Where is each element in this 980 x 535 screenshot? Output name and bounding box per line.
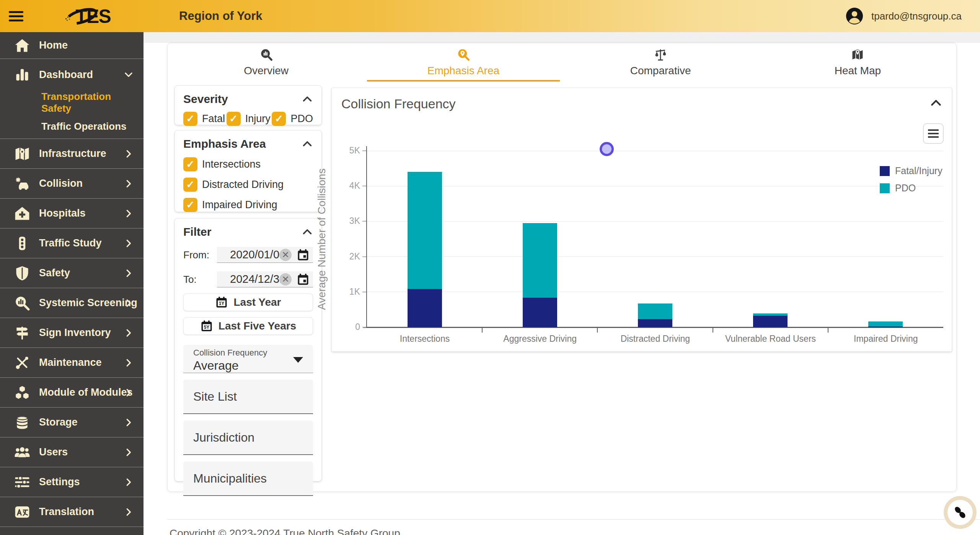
legend-item-fatal-injury[interactable]: Fatal/Injury — [880, 165, 942, 176]
sidebar-item-sign-inventory[interactable]: Sign Inventory — [0, 318, 143, 348]
tab-overview[interactable]: Overview — [168, 43, 365, 82]
chevron-right-icon — [124, 418, 134, 427]
tab-label: Comparative — [630, 65, 691, 77]
tab-comparative[interactable]: Comparative — [562, 43, 759, 82]
y-axis-line — [366, 146, 367, 328]
severity-checkbox-fatal[interactable]: ✓Fatal — [183, 112, 225, 126]
chevron-right-icon — [124, 268, 134, 278]
collision-frequency-card: Collision Frequency Average Number of Co… — [331, 88, 952, 352]
shield-icon — [14, 265, 31, 282]
tab-heat-map[interactable]: Heat Map — [759, 43, 956, 82]
checkbox-checked-icon: ✓ — [183, 178, 197, 192]
user-email[interactable]: tpardo@tnsgroup.ca — [871, 10, 962, 22]
chevron-up-icon[interactable] — [302, 93, 313, 105]
severity-checkbox-injury[interactable]: ✓Injury — [227, 112, 271, 126]
sidebar-item-label: Infrastructure — [39, 148, 106, 160]
sidebar-item-infrastructure[interactable]: Infrastructure — [0, 139, 143, 169]
sidebar-item-storage[interactable]: Storage — [0, 408, 143, 437]
dashboard-card: OverviewEmphasis AreaComparativeHeat Map… — [167, 43, 957, 492]
sidebar-item-safety[interactable]: Safety — [0, 258, 143, 288]
bar-segment-fatal-injury-vulnerable-road-users — [753, 316, 788, 327]
from-date-row: From: 2020/01/01 ✕ — [183, 247, 313, 263]
from-date-input[interactable]: 2020/01/01 ✕ — [217, 247, 313, 263]
checkbox-label: Impaired Driving — [202, 199, 277, 211]
collapse-chevron-up-icon[interactable] — [929, 96, 942, 109]
last-year-label: Last Year — [233, 296, 281, 308]
y-axis-tick — [362, 327, 366, 328]
checkbox-checked-icon: ✓ — [183, 112, 197, 126]
menu-toggle-button[interactable] — [0, 0, 32, 32]
sidebar-item-users[interactable]: Users — [0, 437, 143, 467]
page-title: Region of York — [179, 9, 263, 23]
sidebar-item-label: Dashboard — [39, 69, 93, 81]
y-axis-tick-label: 5K — [340, 145, 360, 156]
chevron-down-icon — [124, 70, 134, 80]
tab-label: Overview — [244, 65, 289, 77]
user-avatar-icon[interactable] — [845, 7, 864, 25]
chart-title: Collision Frequency — [341, 96, 456, 111]
calendar-icon[interactable] — [296, 272, 310, 286]
emphasis-checkbox-distracted-driving[interactable]: ✓Distracted Driving — [183, 178, 284, 192]
sidebar-subitem-transportation-safety[interactable]: Transportation Safety — [0, 90, 143, 114]
floating-action-button[interactable] — [947, 500, 973, 525]
emphasis-checkbox-impaired-driving[interactable]: ✓Impaired Driving — [183, 198, 277, 212]
calendar-1y-icon: 1Y — [215, 296, 228, 309]
bar-segment-pdo-intersections — [408, 172, 442, 289]
users-icon — [14, 444, 31, 461]
sidebar-item-systemic-screening[interactable]: Systemic Screening — [0, 288, 143, 318]
filter-section-site-list[interactable]: Site List — [183, 380, 313, 414]
chevron-up-icon[interactable] — [302, 226, 313, 238]
checkbox-label: Fatal — [202, 113, 225, 125]
x-axis-category-label: Intersections — [367, 334, 483, 344]
clear-to-date-button[interactable]: ✕ — [279, 273, 292, 285]
tab-emphasis-area[interactable]: Emphasis Area — [365, 43, 562, 82]
collision-frequency-select[interactable]: Collision Frequency Average — [183, 345, 313, 373]
filter-section-jurisdiction[interactable]: Jurisdiction — [183, 421, 313, 455]
calendar-icon[interactable] — [296, 248, 310, 262]
last-five-years-button[interactable]: 5Y Last Five Years — [183, 317, 313, 335]
sidebar-item-dashboard[interactable]: Dashboard — [0, 59, 143, 90]
footer-divider — [167, 519, 980, 520]
sidebar-item-translation[interactable]: Translation — [0, 497, 143, 527]
logo-text: TES — [76, 6, 111, 27]
legend-swatch — [880, 183, 890, 193]
sidebar-subitem-label: Transportation Safety — [41, 91, 143, 114]
x-axis-category-label: Aggressive Driving — [482, 334, 598, 344]
severity-title: Severity — [183, 93, 228, 106]
sidebar-item-hospitals[interactable]: Hospitals — [0, 199, 143, 228]
main-content: OverviewEmphasis AreaComparativeHeat Map… — [143, 32, 980, 535]
chevron-right-icon — [124, 388, 134, 398]
sidebar-item-traffic-study[interactable]: Traffic Study — [0, 228, 143, 258]
bar-segment-fatal-injury-aggressive-driving — [523, 298, 557, 327]
app-root: TES Region of York tpardo@tnsgroup.ca Ho… — [0, 0, 980, 535]
sidebar-item-home[interactable]: Home — [0, 32, 143, 59]
sidebar-item-maintenance[interactable]: Maintenance — [0, 348, 143, 378]
calendar-5y-icon: 5Y — [200, 320, 213, 333]
sidebar-item-module-of-modules[interactable]: Module of Modules — [0, 378, 143, 408]
tools-icon — [14, 354, 31, 371]
bar-segment-pdo-impaired-driving — [868, 321, 903, 326]
chevron-up-icon[interactable] — [302, 138, 313, 150]
sidebar-subitem-traffic-operations[interactable]: Traffic Operations — [0, 114, 143, 139]
chevron-right-icon — [124, 149, 134, 159]
legend-item-pdo[interactable]: PDO — [880, 183, 942, 194]
emphasis-magnifier-pin-icon — [457, 48, 470, 62]
last-year-button[interactable]: 1Y Last Year — [183, 294, 313, 311]
filter-section-municipalities[interactable]: Municipalities — [183, 462, 313, 496]
bar-segment-pdo-distracted-driving — [638, 303, 672, 319]
chart-menu-button[interactable] — [923, 123, 944, 144]
emphasis-checkbox-intersections[interactable]: ✓Intersections — [183, 157, 261, 171]
sidebar-item-settings[interactable]: Settings — [0, 467, 143, 497]
checkbox-label: Injury — [245, 113, 271, 125]
sidebar-item-label: Traffic Study — [39, 237, 102, 249]
sidebar-item-collision[interactable]: Collision — [0, 169, 143, 199]
clear-from-date-button[interactable]: ✕ — [279, 249, 292, 261]
last-five-years-label: Last Five Years — [219, 320, 296, 332]
chart-drag-handle[interactable] — [600, 142, 614, 156]
chevron-right-icon — [124, 238, 134, 248]
app-header: TES Region of York tpardo@tnsgroup.ca — [0, 0, 980, 32]
sidebar-item-label: Safety — [39, 267, 70, 279]
to-date-input[interactable]: 2024/12/31 ✕ — [217, 271, 313, 287]
severity-checkbox-pdo[interactable]: ✓PDO — [272, 112, 313, 126]
emphasis-area-card: Emphasis Area ✓Intersections✓Distracted … — [174, 130, 322, 212]
